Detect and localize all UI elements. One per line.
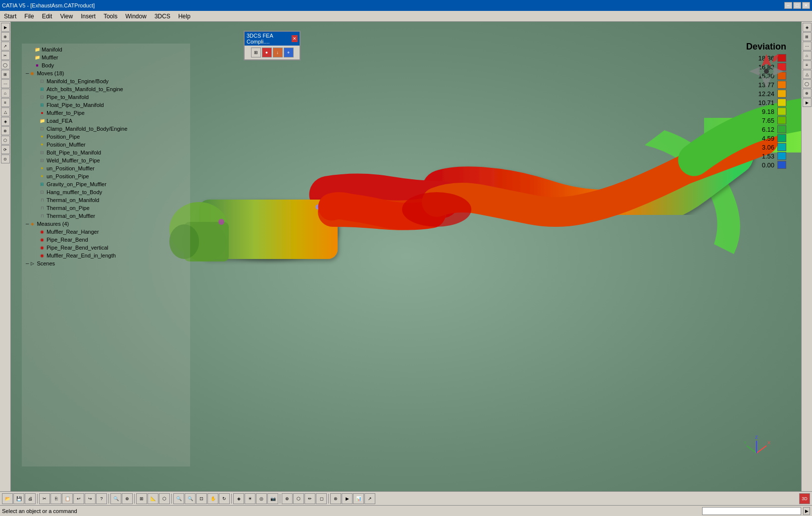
btn-surface[interactable]: ◻ (316, 493, 327, 504)
right-btn-3[interactable]: ⋯ (803, 42, 812, 51)
menu-window[interactable]: Window (121, 12, 151, 21)
btn-fea[interactable]: ⊗ (330, 493, 341, 504)
tree-item-weld[interactable]: ⊟ Weld_Muffler_to_Pipe (24, 156, 188, 164)
btn-rotate[interactable]: ↻ (219, 493, 230, 504)
close-button[interactable]: ✕ (802, 2, 810, 9)
btn-search[interactable]: 🔍 (110, 493, 121, 504)
tree-item-pipe-rear-bend[interactable]: ◉ Pipe_Rear_Bend (24, 236, 188, 244)
tree-item-thermal-muffler[interactable]: ⊓ Thermal_on_Muffler (24, 212, 188, 220)
toolbar-btn-15[interactable]: ⊙ (1, 155, 10, 163)
btn-sketch[interactable]: ✏ (304, 493, 315, 504)
toolbar-btn-8[interactable]: ⌂ (1, 89, 10, 98)
tree-item-muffler-to-pipe[interactable]: ● Muffler_to_Pipe (24, 109, 188, 117)
menu-tools[interactable]: Tools (100, 12, 121, 21)
tree-item-float-pipe[interactable]: ⊞ Float_Pipe_to_Manifold (24, 101, 188, 109)
btn-pan[interactable]: ✋ (207, 493, 218, 504)
btn-help[interactable]: ? (96, 493, 107, 504)
tree-item-pipe-to-manifold[interactable]: ⊡ Pipe_to_Manifold (24, 93, 188, 101)
btn-light[interactable]: ☀ (245, 493, 255, 504)
btn-snap[interactable]: ⊕ (122, 493, 133, 504)
tree-item-clamp[interactable]: ⊡ Clamp_Manifold_to_Body/Engine (24, 125, 188, 133)
toolbar-btn-11[interactable]: ◈ (1, 117, 10, 126)
menu-help[interactable]: Help (174, 12, 195, 21)
tree-item-manifold[interactable]: 📁 Manifold (24, 46, 188, 53)
tree-item-gravity[interactable]: ⊞ Gravity_on_Pipe_Muffler (24, 180, 188, 188)
btn-cut[interactable]: ✂ (39, 493, 50, 504)
btn-assembly[interactable]: ⊕ (282, 493, 293, 504)
menu-insert[interactable]: Insert (77, 12, 100, 21)
btn-3dcs[interactable]: 3D (799, 493, 810, 504)
search-execute-button[interactable]: ▶ (803, 507, 810, 515)
toolbar-btn-2[interactable]: ⊕ (1, 32, 10, 41)
minimize-button[interactable]: – (784, 2, 792, 9)
right-btn-2[interactable]: ⊞ (803, 32, 812, 41)
right-btn-7[interactable]: ◯ (803, 79, 812, 88)
btn-grid[interactable]: ⊞ (136, 493, 147, 504)
right-btn-4[interactable]: ⌂ (803, 51, 812, 60)
fea-button-2[interactable]: ● (262, 48, 272, 57)
tree-item-body[interactable]: ■ Body (24, 61, 188, 69)
toolbar-btn-3[interactable]: ↗ (1, 42, 10, 51)
fea-close-button[interactable]: ✕ (292, 35, 298, 42)
btn-paste[interactable]: 📋 (62, 493, 73, 504)
right-btn-9[interactable]: ▶ (803, 98, 812, 107)
btn-save[interactable]: 💾 (13, 493, 24, 504)
viewport[interactable]: 3DCS FEA Compli.... ✕ ⊞ ● ↓ ⌖ 📁 Manifold… (11, 22, 801, 491)
tree-item-pipe-rear-bend-vert[interactable]: ◉ Pipe_Rear_Bend_vertical (24, 244, 188, 252)
fea-button-1[interactable]: ⊞ (251, 48, 261, 57)
tree-item-bolt-pipe[interactable]: ⊟ Bolt_Pipe_to_Manifold (24, 149, 188, 156)
menu-file[interactable]: File (20, 12, 38, 21)
btn-sim[interactable]: ▶ (342, 493, 353, 504)
tree-item-position-pipe[interactable]: ✦ Position_Pipe (24, 133, 188, 141)
tree-item-position-muffler[interactable]: ✦ Position_Muffler (24, 141, 188, 149)
tree-item-muffler-rear-hanger[interactable]: ◉ Muffler_Rear_Hanger (24, 228, 188, 236)
search-input[interactable] (702, 507, 801, 515)
btn-zoom-out[interactable]: 🔍 (185, 493, 196, 504)
btn-undo[interactable]: ↩ (73, 493, 84, 504)
tree-item-thermal-pipe[interactable]: ⊓ Thermal_on_Pipe (24, 204, 188, 212)
tree-item-unposition-muffler[interactable]: ✦ un_Position_Muffler (24, 164, 188, 172)
tree-item-muffler[interactable]: 📁 Muffler (24, 53, 188, 61)
toolbar-btn-13[interactable]: ⬡ (1, 136, 10, 145)
tree-item-measures[interactable]: ─ ◈ Measures (4) (24, 220, 188, 228)
right-btn-6[interactable]: △ (803, 70, 812, 79)
menu-start[interactable]: Start (0, 12, 20, 21)
right-btn-8[interactable]: ⊕ (803, 89, 812, 98)
tree-item-moves[interactable]: ─ ◉ Moves (18) (24, 69, 188, 77)
menu-3dcs[interactable]: 3DCS (151, 12, 174, 21)
menu-view[interactable]: View (56, 12, 77, 21)
tree-item-muffler-rear-end[interactable]: ◉ Muffler_Rear_End_in_length (24, 252, 188, 259)
maximize-button[interactable]: □ (793, 2, 801, 9)
toolbar-btn-7[interactable]: ⋯ (1, 79, 10, 88)
menu-edit[interactable]: Edit (38, 12, 56, 21)
toolbar-btn-10[interactable]: △ (1, 107, 10, 116)
btn-3d[interactable]: ⬡ (159, 493, 170, 504)
right-btn-1[interactable]: ◈ (803, 23, 812, 32)
toolbar-btn-9[interactable]: ≡ (1, 98, 10, 107)
tree-item-unposition-pipe[interactable]: ✦ un_Position_Pipe (24, 172, 188, 180)
btn-material[interactable]: ◎ (256, 493, 267, 504)
fea-button-3[interactable]: ↓ (273, 48, 283, 57)
toolbar-btn-12[interactable]: ⊗ (1, 126, 10, 135)
tree-item-atch-bolts[interactable]: ⊞ Atch_bolts_Manifold_to_Engine (24, 85, 188, 93)
toolbar-btn-1[interactable]: ▶ (1, 23, 10, 32)
toolbar-btn-5[interactable]: ◯ (1, 60, 10, 69)
toolbar-btn-6[interactable]: ⊞ (1, 70, 10, 79)
btn-print[interactable]: 🖨 (25, 493, 36, 504)
toolbar-btn-4[interactable]: ✂ (1, 51, 10, 60)
btn-render[interactable]: ◈ (233, 493, 244, 504)
right-btn-5[interactable]: ≡ (803, 60, 812, 69)
btn-analysis[interactable]: 📊 (353, 493, 364, 504)
btn-fit[interactable]: ⊡ (196, 493, 207, 504)
fea-button-4[interactable]: ⌖ (284, 48, 294, 57)
btn-open[interactable]: 📂 (2, 493, 13, 504)
tree-item-load-fea[interactable]: 📁 Load_FEA (24, 117, 188, 125)
btn-copy[interactable]: ⎘ (51, 493, 61, 504)
tree-item-scenes[interactable]: ─ ▷ Scenes (24, 259, 188, 267)
btn-part[interactable]: ⬡ (293, 493, 304, 504)
btn-measure[interactable]: 📐 (148, 493, 158, 504)
btn-zoom-in[interactable]: 🔍 (173, 493, 184, 504)
btn-redo[interactable]: ↪ (85, 493, 96, 504)
btn-export[interactable]: ↗ (364, 493, 375, 504)
btn-camera[interactable]: 📷 (267, 493, 278, 504)
